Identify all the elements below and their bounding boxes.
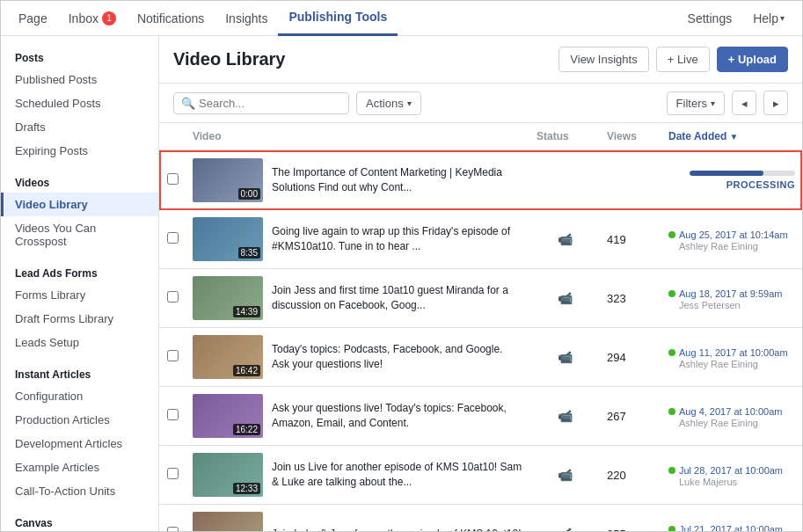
table-row: 12:33 Join us Live for another episode o… (159, 446, 802, 505)
green-dot (668, 349, 675, 356)
view-insights-button[interactable]: View Insights (558, 47, 648, 72)
row-checkbox[interactable] (167, 291, 179, 302)
sidebar-item-call-to-action-units[interactable]: Call-To-Action Units (1, 479, 158, 503)
video-duration: 8:35 (238, 247, 260, 259)
row-video-cell: 14:39 Join Jess and first time 10at10 gu… (186, 269, 529, 328)
row-checkbox-cell[interactable] (159, 446, 186, 505)
sidebar-section-canvas: Canvas (1, 510, 158, 532)
sidebar-section-title-videos: Videos (1, 170, 158, 193)
video-thumbnail: 12:33 (193, 453, 263, 497)
nav-item-inbox[interactable]: Inbox 1 (58, 1, 127, 36)
row-views-cell: 255 (600, 505, 661, 533)
video-duration: 16:22 (233, 424, 260, 435)
row-date-cell: Aug 4, 2017 at 10:00am Ashley Rae Eining (661, 387, 802, 446)
row-views-cell: 419 (600, 210, 661, 269)
video-duration: 14:39 (233, 306, 260, 317)
row-checkbox-cell[interactable] (159, 269, 186, 328)
nav-item-page[interactable]: Page (8, 1, 58, 36)
sidebar-item-leads-setup[interactable]: Leads Setup (1, 331, 158, 354)
col-status: Status (529, 123, 600, 150)
help-caret-icon: ▾ (780, 13, 785, 23)
actions-dropdown[interactable]: Actions ▾ (356, 91, 421, 115)
row-checkbox[interactable] (167, 527, 179, 532)
nav-item-settings[interactable]: Settings (677, 1, 743, 36)
table-container: Video Status Views Date Added ▼ 0:00 (159, 123, 802, 532)
sidebar-section-instant-articles: Instant Articles Configuration Productio… (1, 361, 158, 503)
row-checkbox[interactable] (167, 468, 179, 479)
row-video-cell: 12:33 Join us Live for another episode o… (186, 446, 529, 505)
prev-button[interactable]: ◂ (732, 91, 756, 115)
live-button[interactable]: + Live (656, 47, 710, 72)
video-title: Join Jess and first time 10at10 guest Mi… (272, 283, 522, 313)
nav-item-publishing-tools[interactable]: Publishing Tools (278, 1, 398, 36)
row-date-cell: Jul 28, 2017 at 10:00am Luke Majerus (661, 446, 802, 505)
row-video-cell: 0:00 The Importance of Content Marketing… (186, 150, 529, 210)
search-box[interactable]: 🔍 (173, 92, 349, 114)
video-thumbnail: 9:10 (193, 512, 263, 532)
row-checkbox[interactable] (167, 350, 179, 361)
prev-icon: ◂ (741, 97, 748, 110)
nav-item-help[interactable]: Help ▾ (742, 1, 795, 36)
col-video: Video (186, 123, 529, 150)
row-date-cell: PROCESSING (661, 150, 802, 210)
sidebar-item-example-articles[interactable]: Example Articles (1, 455, 158, 479)
video-thumbnail: 16:42 (193, 335, 263, 379)
filters-dropdown[interactable]: Filters ▾ (667, 91, 725, 115)
sidebar-item-scheduled-posts[interactable]: Scheduled Posts (1, 91, 158, 115)
sidebar-section-title-lead-ads: Lead Ads Forms (1, 260, 158, 283)
sidebar-item-video-library[interactable]: Video Library (1, 193, 158, 216)
row-checkbox-cell[interactable] (159, 210, 186, 269)
sidebar-item-published-posts[interactable]: Published Posts (1, 68, 158, 91)
nav-item-notifications[interactable]: Notifications (127, 1, 215, 36)
sidebar-item-development-articles[interactable]: Development Articles (1, 432, 158, 455)
row-date-cell: Aug 18, 2017 at 9:59am Jess Petersen (661, 269, 802, 328)
sidebar-section-title-posts: Posts (1, 45, 158, 68)
sidebar-item-draft-forms-library[interactable]: Draft Forms Library (1, 307, 158, 331)
row-checkbox[interactable] (167, 232, 179, 244)
page-title: Video Library (173, 49, 558, 69)
video-duration: 12:33 (233, 483, 260, 494)
sidebar-item-drafts[interactable]: Drafts (1, 115, 158, 139)
sidebar-item-videos-crosspost[interactable]: Videos You Can Crosspost (1, 216, 158, 253)
actions-label: Actions (366, 97, 404, 110)
header-actions: View Insights + Live + Upload (558, 47, 788, 72)
row-checkbox[interactable] (167, 173, 179, 185)
sidebar-item-expiring-posts[interactable]: Expiring Posts (1, 139, 158, 163)
sort-arrow-icon: ▼ (730, 132, 739, 142)
col-date-added[interactable]: Date Added ▼ (661, 123, 802, 150)
sidebar-item-configuration[interactable]: Configuration (1, 384, 158, 408)
row-checkbox[interactable] (167, 409, 179, 420)
video-thumbnail: 16:22 (193, 394, 263, 438)
video-status-icon: 📹 (558, 468, 573, 482)
video-thumbnail: 8:35 (193, 217, 263, 261)
nav-item-insights[interactable]: Insights (215, 1, 278, 36)
search-icon: 🔍 (181, 97, 195, 110)
row-checkbox-cell[interactable] (159, 328, 186, 387)
green-dot (668, 467, 675, 474)
row-checkbox-cell[interactable] (159, 387, 186, 446)
sidebar-section-title-instant-articles: Instant Articles (1, 361, 158, 384)
sidebar-section-lead-ads: Lead Ads Forms Forms Library Draft Forms… (1, 260, 158, 354)
row-status-cell (529, 150, 600, 210)
table-row: 16:42 Today's topics: Podcasts, Facebook… (159, 328, 802, 387)
row-video-cell: 16:42 Today's topics: Podcasts, Facebook… (186, 328, 529, 387)
sidebar-item-production-articles[interactable]: Production Articles (1, 408, 158, 432)
row-checkbox-cell[interactable] (159, 505, 186, 533)
video-table: Video Status Views Date Added ▼ 0:00 (159, 123, 802, 532)
table-row: 0:00 The Importance of Content Marketing… (159, 150, 802, 210)
table-row: 8:35 Going live again to wrap up this Fr… (159, 210, 802, 269)
actions-caret-icon: ▾ (407, 98, 412, 108)
sidebar-item-forms-library[interactable]: Forms Library (1, 283, 158, 307)
next-button[interactable]: ▸ (763, 91, 788, 115)
upload-button[interactable]: + Upload (717, 47, 788, 72)
video-title: Join Luke & Jess for another episode of … (272, 527, 522, 532)
row-views-cell (600, 150, 661, 210)
video-status-icon: 📹 (558, 409, 573, 423)
row-views-cell: 323 (600, 269, 661, 328)
top-nav: Page Inbox 1 Notifications Insights Publ… (1, 1, 802, 36)
filters-label: Filters (676, 97, 707, 110)
row-checkbox-cell[interactable] (159, 150, 186, 210)
search-input[interactable] (199, 97, 322, 110)
video-title: Today's topics: Podcasts, Facebook, and … (272, 342, 522, 372)
toolbar: 🔍 Actions ▾ Filters ▾ ◂ ▸ (159, 84, 802, 123)
